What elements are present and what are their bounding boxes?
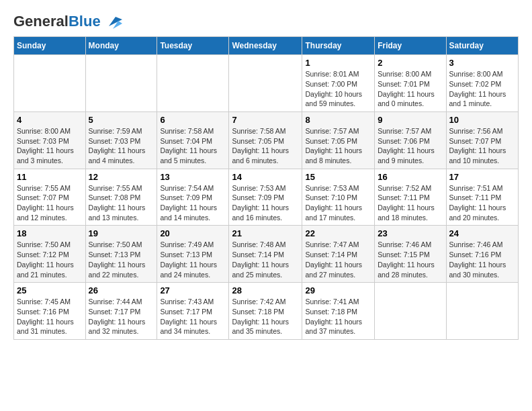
day-number: 8 (305, 115, 371, 125)
calendar-week-row: 18Sunrise: 7:50 AMSunset: 7:12 PMDayligh… (14, 226, 519, 283)
day-number: 22 (305, 228, 371, 238)
day-info: Sunrise: 7:47 AMSunset: 7:14 PMDaylight:… (305, 240, 371, 279)
calendar-cell (375, 283, 446, 340)
day-info: Sunrise: 8:00 AMSunset: 7:01 PMDaylight:… (378, 69, 443, 109)
calendar-cell: 18Sunrise: 7:50 AMSunset: 7:12 PMDayligh… (14, 226, 86, 283)
day-info: Sunrise: 7:48 AMSunset: 7:14 PMDaylight:… (232, 240, 299, 279)
calendar-cell: 14Sunrise: 7:53 AMSunset: 7:09 PMDayligh… (229, 169, 302, 226)
calendar-cell: 25Sunrise: 7:45 AMSunset: 7:16 PMDayligh… (14, 283, 86, 340)
calendar-cell (229, 55, 302, 112)
calendar-cell: 17Sunrise: 7:51 AMSunset: 7:11 PMDayligh… (446, 169, 518, 226)
day-info: Sunrise: 7:55 AMSunset: 7:07 PMDaylight:… (17, 183, 83, 223)
calendar-cell (446, 283, 518, 340)
day-number: 9 (378, 115, 443, 125)
calendar-cell: 6Sunrise: 7:58 AMSunset: 7:04 PMDaylight… (157, 111, 229, 169)
day-number: 29 (305, 285, 371, 295)
day-info: Sunrise: 7:58 AMSunset: 7:05 PMDaylight:… (232, 126, 299, 166)
day-info: Sunrise: 7:51 AMSunset: 7:11 PMDaylight:… (449, 183, 515, 223)
calendar-cell (14, 55, 86, 112)
day-number: 25 (17, 285, 83, 295)
day-number: 15 (305, 172, 371, 182)
day-number: 13 (160, 172, 226, 182)
day-info: Sunrise: 8:01 AMSunset: 7:00 PMDaylight:… (305, 69, 371, 109)
calendar-cell: 4Sunrise: 8:00 AMSunset: 7:03 PMDaylight… (14, 111, 86, 169)
day-number: 5 (89, 115, 154, 125)
calendar-cell (157, 55, 229, 112)
day-number: 19 (89, 228, 154, 238)
calendar-week-row: 11Sunrise: 7:55 AMSunset: 7:07 PMDayligh… (14, 169, 519, 226)
day-info: Sunrise: 7:58 AMSunset: 7:04 PMDaylight:… (160, 126, 226, 166)
calendar-cell: 9Sunrise: 7:57 AMSunset: 7:06 PMDaylight… (375, 111, 446, 169)
calendar-cell: 23Sunrise: 7:46 AMSunset: 7:15 PMDayligh… (375, 226, 446, 283)
day-number: 2 (378, 58, 443, 68)
calendar-week-row: 1Sunrise: 8:01 AMSunset: 7:00 PMDaylight… (14, 55, 519, 112)
day-number: 6 (160, 115, 226, 125)
day-number: 24 (449, 228, 515, 238)
calendar-cell: 13Sunrise: 7:54 AMSunset: 7:09 PMDayligh… (157, 169, 229, 226)
day-info: Sunrise: 7:49 AMSunset: 7:13 PMDaylight:… (160, 240, 226, 279)
calendar-cell: 21Sunrise: 7:48 AMSunset: 7:14 PMDayligh… (229, 226, 302, 283)
dow-header-cell: Sunday (14, 37, 86, 55)
day-info: Sunrise: 7:50 AMSunset: 7:12 PMDaylight:… (17, 240, 83, 279)
calendar-table: SundayMondayTuesdayWednesdayThursdayFrid… (13, 36, 519, 340)
calendar-body: 1Sunrise: 8:01 AMSunset: 7:00 PMDaylight… (14, 55, 519, 340)
day-number: 20 (160, 228, 226, 238)
calendar-cell: 1Sunrise: 8:01 AMSunset: 7:00 PMDaylight… (302, 55, 375, 112)
calendar-cell: 29Sunrise: 7:41 AMSunset: 7:18 PMDayligh… (302, 283, 375, 340)
day-number: 14 (232, 172, 299, 182)
calendar-cell: 19Sunrise: 7:50 AMSunset: 7:13 PMDayligh… (85, 226, 157, 283)
calendar-cell: 16Sunrise: 7:52 AMSunset: 7:11 PMDayligh… (375, 169, 446, 226)
day-number: 10 (449, 115, 515, 125)
calendar-cell: 8Sunrise: 7:57 AMSunset: 7:05 PMDaylight… (302, 111, 375, 169)
day-number: 4 (17, 115, 83, 125)
day-info: Sunrise: 7:57 AMSunset: 7:06 PMDaylight:… (378, 126, 443, 166)
dow-header-cell: Monday (85, 37, 157, 55)
dow-header-cell: Thursday (302, 37, 375, 55)
day-info: Sunrise: 7:45 AMSunset: 7:16 PMDaylight:… (17, 297, 83, 336)
day-number: 11 (17, 172, 83, 182)
day-info: Sunrise: 7:57 AMSunset: 7:05 PMDaylight:… (305, 126, 371, 166)
calendar-cell: 3Sunrise: 8:00 AMSunset: 7:02 PMDaylight… (446, 55, 518, 112)
day-number: 17 (449, 172, 515, 182)
dow-header-cell: Friday (375, 37, 446, 55)
day-info: Sunrise: 7:59 AMSunset: 7:03 PMDaylight:… (89, 126, 154, 166)
dow-header-cell: Saturday (446, 37, 518, 55)
day-number: 27 (160, 285, 226, 295)
calendar-cell: 20Sunrise: 7:49 AMSunset: 7:13 PMDayligh… (157, 226, 229, 283)
day-number: 16 (378, 172, 443, 182)
day-info: Sunrise: 8:00 AMSunset: 7:02 PMDaylight:… (449, 69, 515, 109)
day-number: 21 (232, 228, 299, 238)
calendar-cell: 22Sunrise: 7:47 AMSunset: 7:14 PMDayligh… (302, 226, 375, 283)
day-number: 3 (449, 58, 515, 68)
day-info: Sunrise: 7:42 AMSunset: 7:18 PMDaylight:… (232, 297, 299, 336)
calendar-cell: 2Sunrise: 8:00 AMSunset: 7:01 PMDaylight… (375, 55, 446, 112)
logo-general: General (13, 13, 69, 30)
calendar-cell: 27Sunrise: 7:43 AMSunset: 7:17 PMDayligh… (157, 283, 229, 340)
day-info: Sunrise: 7:52 AMSunset: 7:11 PMDaylight:… (378, 183, 443, 223)
calendar-cell (85, 55, 157, 112)
dow-header-cell: Tuesday (157, 37, 229, 55)
calendar-cell: 5Sunrise: 7:59 AMSunset: 7:03 PMDaylight… (85, 111, 157, 169)
day-info: Sunrise: 7:53 AMSunset: 7:09 PMDaylight:… (232, 183, 299, 223)
calendar-cell: 12Sunrise: 7:55 AMSunset: 7:08 PMDayligh… (85, 169, 157, 226)
calendar-header-row: SundayMondayTuesdayWednesdayThursdayFrid… (14, 37, 519, 55)
day-number: 26 (89, 285, 154, 295)
day-info: Sunrise: 7:54 AMSunset: 7:09 PMDaylight:… (160, 183, 226, 223)
calendar-cell: 26Sunrise: 7:44 AMSunset: 7:17 PMDayligh… (85, 283, 157, 340)
day-number: 23 (378, 228, 443, 238)
day-number: 28 (232, 285, 299, 295)
day-info: Sunrise: 8:00 AMSunset: 7:03 PMDaylight:… (17, 126, 83, 166)
day-info: Sunrise: 7:43 AMSunset: 7:17 PMDaylight:… (160, 297, 226, 336)
logo: GeneralBlue (13, 13, 122, 30)
calendar-cell: 24Sunrise: 7:46 AMSunset: 7:16 PMDayligh… (446, 226, 518, 283)
day-info: Sunrise: 7:41 AMSunset: 7:18 PMDaylight:… (305, 297, 371, 336)
day-info: Sunrise: 7:56 AMSunset: 7:07 PMDaylight:… (449, 126, 515, 166)
svg-marker-0 (109, 17, 122, 26)
day-number: 1 (305, 58, 371, 68)
dow-header-cell: Wednesday (229, 37, 302, 55)
calendar-cell: 7Sunrise: 7:58 AMSunset: 7:05 PMDaylight… (229, 111, 302, 169)
logo-blue: Blue (69, 13, 101, 30)
calendar-cell: 10Sunrise: 7:56 AMSunset: 7:07 PMDayligh… (446, 111, 518, 169)
logo-icon (103, 14, 122, 29)
day-info: Sunrise: 7:44 AMSunset: 7:17 PMDaylight:… (89, 297, 154, 336)
